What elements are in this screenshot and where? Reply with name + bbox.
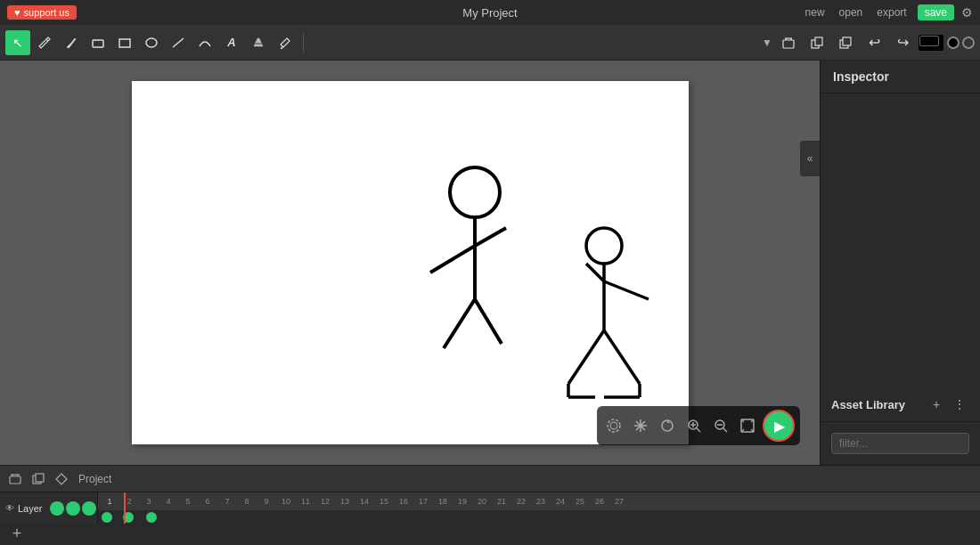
- svg-rect-9: [815, 37, 822, 45]
- top-right-buttons: new open export save ⚙: [802, 4, 973, 20]
- svg-rect-1: [119, 39, 130, 47]
- collapse-arrow[interactable]: «: [800, 141, 820, 176]
- heart-icon: ♥: [14, 7, 20, 18]
- svg-rect-0: [93, 40, 103, 47]
- frame-num-25: 25: [570, 497, 590, 506]
- keyframe-3[interactable]: [146, 512, 157, 523]
- frame-num-18: 18: [433, 497, 453, 506]
- svg-rect-11: [843, 37, 851, 45]
- rectangle-tool[interactable]: [112, 30, 137, 55]
- frame-num-17: 17: [413, 497, 433, 506]
- stroke-black-box: [919, 35, 943, 51]
- asset-options-button[interactable]: ⋮: [950, 395, 969, 414]
- frame-num-15: 15: [374, 497, 394, 506]
- frame-num-11: 11: [296, 497, 315, 506]
- paste-icon[interactable]: [833, 30, 858, 55]
- svg-rect-39: [10, 476, 20, 484]
- drawing-canvas[interactable]: [132, 81, 689, 444]
- copy-icon[interactable]: [804, 30, 829, 55]
- timeline-body: 👁 Layer 1 2 3 4 5 6 7 8 9 10 11: [0, 492, 980, 524]
- eyedropper-tool[interactable]: [273, 30, 298, 55]
- frame-num-8: 8: [237, 497, 257, 506]
- svg-rect-4: [783, 40, 794, 48]
- play-button[interactable]: ▶: [763, 410, 795, 442]
- open-button[interactable]: open: [836, 4, 867, 20]
- svg-line-14: [475, 228, 506, 246]
- svg-line-17: [475, 299, 502, 344]
- keyframe-dot-3[interactable]: [82, 501, 96, 516]
- svg-line-3: [173, 38, 184, 47]
- frame-num-13: 13: [335, 497, 355, 506]
- move-button[interactable]: [629, 414, 652, 437]
- frame-num-16: 16: [394, 497, 413, 506]
- frame-num-2: 2: [119, 497, 139, 506]
- add-asset-button[interactable]: +: [927, 395, 946, 414]
- dropdown-arrow-icon[interactable]: ▼: [762, 37, 772, 49]
- stroke-color-indicator[interactable]: [919, 35, 975, 51]
- text-tool[interactable]: A: [219, 30, 244, 55]
- keyframe-1[interactable]: [102, 512, 112, 523]
- frame-num-26: 26: [590, 497, 609, 506]
- loop-button[interactable]: [656, 414, 679, 437]
- onion-skin-button[interactable]: [602, 414, 625, 437]
- ellipse-tool[interactable]: [139, 30, 164, 55]
- frame-num-12: 12: [315, 497, 335, 506]
- trash-icon[interactable]: [776, 30, 801, 55]
- frames-row[interactable]: 1 2 3 4 5 6 7 8 9 10 11 12 13 14 15 16 1…: [98, 492, 980, 524]
- svg-marker-45: [56, 474, 67, 484]
- project-title: My Project: [462, 6, 517, 20]
- svg-line-36: [723, 428, 727, 432]
- undo-button[interactable]: ↩: [862, 30, 886, 55]
- canvas-container[interactable]: «: [0, 61, 820, 465]
- stroke-outline-circle: [962, 37, 975, 49]
- add-layer-button[interactable]: +: [7, 524, 27, 543]
- gear-icon[interactable]: ⚙: [961, 5, 973, 20]
- line-tool[interactable]: [166, 30, 191, 55]
- timeline-controls: Project: [0, 466, 980, 492]
- svg-point-18: [586, 228, 622, 264]
- curve-tool[interactable]: [192, 30, 217, 55]
- brush-tool[interactable]: [59, 30, 84, 55]
- svg-line-20: [586, 264, 604, 281]
- select-tool[interactable]: ↖: [5, 30, 30, 55]
- frame-num-6: 6: [198, 497, 217, 506]
- pencil-tool[interactable]: [32, 30, 57, 55]
- export-button[interactable]: export: [873, 4, 910, 20]
- timeline-copy-button[interactable]: [29, 469, 48, 489]
- frame-num-1: 1: [100, 497, 119, 506]
- fit-screen-button[interactable]: [736, 414, 759, 437]
- project-label: Project: [78, 473, 111, 485]
- keyframe-dot-2[interactable]: [66, 501, 80, 516]
- top-bar: ♥ support us My Project new open export …: [0, 0, 980, 25]
- keyframe-dot-1[interactable]: [50, 501, 64, 516]
- new-button[interactable]: new: [802, 4, 829, 20]
- timeline-trash-button[interactable]: [5, 469, 25, 489]
- toolbar-right: ▼ ↩ ↪: [762, 30, 975, 55]
- keyframe-2[interactable]: [123, 512, 134, 523]
- svg-line-22: [568, 330, 604, 384]
- layer-visibility-icon: 👁: [5, 503, 14, 513]
- frame-num-4: 4: [159, 497, 178, 506]
- main-area: «: [0, 61, 980, 465]
- eraser-tool[interactable]: [86, 30, 110, 55]
- layer-label-column: 👁 Layer: [0, 492, 98, 524]
- svg-rect-44: [36, 474, 44, 482]
- support-button[interactable]: ♥ support us: [7, 5, 77, 20]
- save-button[interactable]: save: [918, 4, 954, 20]
- timeline-diamond-button[interactable]: [52, 469, 71, 489]
- frame-num-22: 22: [511, 497, 531, 506]
- zoom-out-button[interactable]: [709, 414, 732, 437]
- svg-point-2: [146, 38, 157, 47]
- play-icon: ▶: [774, 418, 785, 435]
- frame-num-10: 10: [276, 497, 296, 506]
- redo-button[interactable]: ↪: [890, 30, 915, 55]
- fill-tool[interactable]: [246, 30, 271, 55]
- frame-num-21: 21: [492, 497, 511, 506]
- asset-filter-input[interactable]: [831, 433, 969, 454]
- asset-library-title: Asset Library: [831, 398, 905, 411]
- svg-line-32: [697, 428, 700, 432]
- timeline-footer: +: [0, 524, 980, 545]
- playback-controls: ▶: [597, 406, 800, 445]
- svg-point-12: [450, 167, 500, 217]
- zoom-in-button[interactable]: [682, 414, 706, 437]
